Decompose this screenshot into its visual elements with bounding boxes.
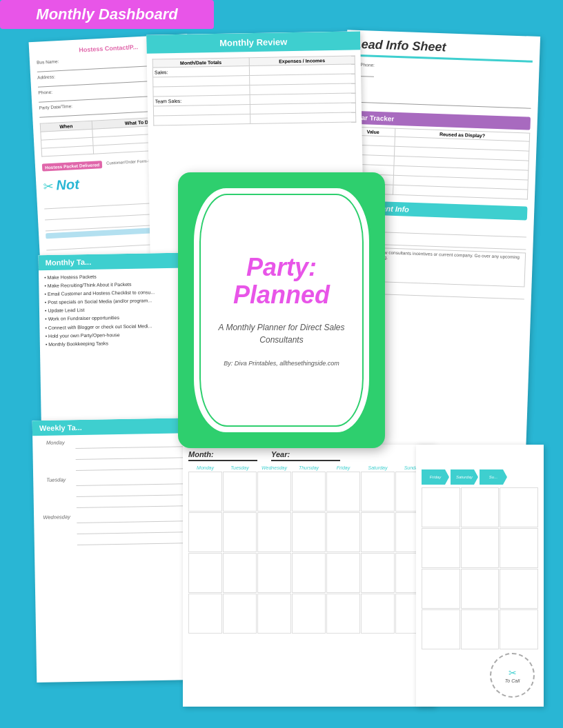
wt-line <box>76 485 197 497</box>
li-field3 <box>352 93 531 109</box>
wt-line <box>76 459 197 471</box>
cal-cell <box>461 487 500 527</box>
saturday-arrow: Saturday <box>451 469 478 485</box>
cal-cell <box>188 553 222 593</box>
wednesday-lines <box>77 512 198 547</box>
cal-cell <box>326 512 360 552</box>
cal-cell <box>223 594 257 634</box>
monday-lines <box>75 437 197 472</box>
cover-title-planned: Planned <box>233 281 330 309</box>
hostess-badge: Hostess Packet Delivered <box>42 161 103 172</box>
cal-cell <box>257 472 291 512</box>
cal-cell <box>223 553 257 593</box>
cal-cell <box>422 528 460 568</box>
cal-cell <box>188 512 222 552</box>
calendar-header: Month: Year: <box>188 450 429 461</box>
day-friday: Friday <box>326 465 360 470</box>
cal-cell <box>361 594 395 634</box>
cal-cell <box>257 512 291 552</box>
cover-book: Party: Planned A Monthly Planner for Dir… <box>178 172 385 448</box>
cal-cell <box>188 594 222 634</box>
calendar-grid <box>188 472 429 634</box>
friday-arrow: Friday <box>422 469 449 485</box>
cal-cell <box>500 609 538 649</box>
cal-cell <box>500 569 538 609</box>
cal-cell <box>422 487 460 527</box>
monthly-dashboard-header: Monthly Dashboard <box>0 0 214 29</box>
tuesday-lines <box>76 474 197 509</box>
wt-line <box>76 474 197 486</box>
cal-cell <box>257 553 291 593</box>
weekly-tasks-body: Monday Tuesday Wednesday <box>32 433 204 556</box>
calendar-right-paper: Friday Saturday Su... ✂ To Call <box>416 445 544 707</box>
cal-cell <box>326 472 360 512</box>
day-thursday: Thursday <box>292 465 326 470</box>
year-label: Year: <box>271 450 340 461</box>
day-wednesday: Wednesday <box>257 465 291 470</box>
day-saturday: Saturday <box>361 465 395 470</box>
tuesday-label: Tuesday <box>39 476 73 483</box>
li-phone-row: 2ndPhone: <box>353 62 533 83</box>
monday-label: Monday <box>38 439 72 446</box>
lead-info-title: Lead Info Sheet <box>353 37 533 63</box>
cal-cell <box>461 528 500 568</box>
monthly-review-body: Month/Date Totals Expenses / Incomes Sal… <box>147 50 362 131</box>
cal-cell <box>223 512 257 552</box>
day-monday: Monday <box>188 465 222 470</box>
cover-title-party: Party: <box>246 254 317 281</box>
cal-cell <box>188 472 222 512</box>
cal-cell <box>361 553 395 593</box>
calendar-days-header: Monday Tuesday Wednesday Thursday Friday… <box>188 465 429 470</box>
scissors-icon-small: ✂ <box>508 667 517 678</box>
cal-cell <box>500 528 538 568</box>
cal-cell <box>292 594 326 634</box>
cal-cell <box>257 594 291 634</box>
day-tuesday: Tuesday <box>223 465 257 470</box>
cover-subtitle: A Monthly Planner for Direct Sales Consu… <box>208 321 355 346</box>
sunday-arrow: Su... <box>480 469 507 485</box>
cover-byline: By: Diva Printables, allthesethingside.c… <box>224 360 339 367</box>
cal-cell <box>326 553 360 593</box>
cal-cell <box>326 594 360 634</box>
wt-line <box>77 534 198 545</box>
cal-cell <box>223 472 257 512</box>
cal-cell <box>422 569 460 609</box>
to-call-label: To Call <box>505 678 520 683</box>
wednesday-label: Wednesday <box>39 514 74 520</box>
inner-frame: Party: Planned A Monthly Planner for Dir… <box>192 186 371 434</box>
page-container: Hostess Contact/P... Bus Name: Address: … <box>0 0 563 728</box>
cal-cell <box>292 553 326 593</box>
cal-cell <box>500 487 538 527</box>
calendar-paper: Month: Year: Monday Tuesday Wednesday Th… <box>183 445 435 707</box>
cal-cell <box>422 609 460 649</box>
cal-cell <box>461 569 500 609</box>
frame-border <box>199 194 364 427</box>
wt-line <box>77 496 197 508</box>
note-title: Not <box>56 176 79 194</box>
cal-cell <box>361 512 395 552</box>
cal-cell <box>361 472 395 512</box>
cal-cell <box>292 472 326 512</box>
monthly-review-table: Month/Date Totals Expenses / Incomes Sal… <box>152 55 357 125</box>
arrow-row: Friday Saturday Su... <box>422 469 538 485</box>
wt-line <box>77 512 197 523</box>
cal-cell <box>292 512 326 552</box>
wt-line <box>77 523 197 534</box>
scissors-icon: ✂ <box>43 178 54 194</box>
wt-line <box>75 448 196 460</box>
wednesday-row: Wednesday <box>39 512 198 547</box>
to-call-badge: ✂ To Call <box>490 653 535 698</box>
tuesday-row: Tuesday <box>39 474 197 510</box>
weekly-tasks-paper: Weekly Ta... Monday Tuesday Wednes <box>32 418 206 682</box>
monday-row: Monday <box>38 437 197 473</box>
right-cal-grid <box>422 487 538 649</box>
cal-cell <box>461 609 500 649</box>
li-row3 <box>352 93 531 109</box>
month-label: Month: <box>188 450 257 461</box>
